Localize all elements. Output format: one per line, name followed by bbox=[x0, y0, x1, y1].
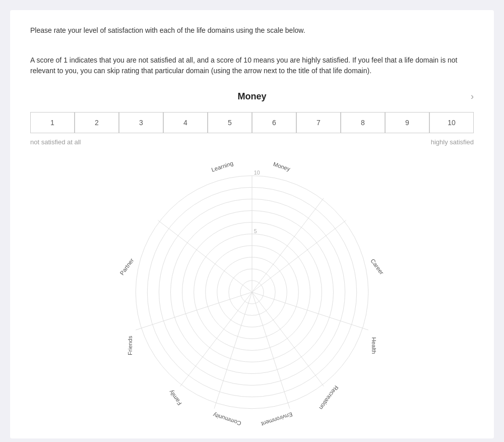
radar-chart: 5 10 Learning Money Career Health Recrea… bbox=[30, 166, 474, 418]
section-title: Money bbox=[237, 91, 266, 102]
scale-cell-3[interactable]: 3 bbox=[119, 112, 163, 133]
next-section-button[interactable]: › bbox=[471, 91, 474, 102]
svg-line-17 bbox=[180, 292, 252, 386]
label-recreation: Recreation bbox=[318, 384, 339, 411]
intro-line1: Please rate your level of satisfaction w… bbox=[30, 25, 474, 36]
radar-svg: 5 10 Learning Money Career Health Recrea… bbox=[126, 166, 378, 418]
scale-cell-6[interactable]: 6 bbox=[252, 112, 296, 133]
scale-label-left: not satisfied at all bbox=[30, 138, 81, 146]
label-career: Career bbox=[369, 258, 385, 276]
svg-line-16 bbox=[136, 292, 252, 330]
label-community: Community bbox=[212, 412, 242, 426]
svg-line-12 bbox=[252, 292, 368, 330]
scale-cell-1[interactable]: 1 bbox=[30, 112, 75, 133]
scale-cell-8[interactable]: 8 bbox=[341, 112, 385, 133]
label-money: Money bbox=[273, 161, 291, 172]
main-card: Please rate your level of satisfaction w… bbox=[10, 10, 494, 438]
svg-line-14 bbox=[214, 292, 252, 409]
scale-labels: not satisfied at all highly satisfied bbox=[30, 138, 474, 146]
scale-cell-10[interactable]: 10 bbox=[429, 112, 474, 133]
svg-line-18 bbox=[252, 292, 290, 409]
label-partner: Partner bbox=[119, 257, 135, 277]
svg-line-11 bbox=[252, 220, 346, 292]
section-title-row: Money › bbox=[30, 91, 474, 102]
scale-cell-5[interactable]: 5 bbox=[208, 112, 252, 133]
svg-line-15 bbox=[158, 220, 252, 292]
label-learning: Learning bbox=[211, 160, 234, 173]
ring-label-10: 10 bbox=[254, 170, 260, 176]
scale-cell-2[interactable]: 2 bbox=[75, 112, 119, 133]
svg-line-19 bbox=[252, 198, 324, 292]
label-family: Family bbox=[168, 389, 183, 407]
svg-line-13 bbox=[252, 292, 324, 386]
label-environment: Environment bbox=[260, 411, 293, 427]
scale-label-right: highly satisfied bbox=[431, 138, 474, 146]
label-health: Health bbox=[371, 337, 377, 354]
scale-cell-9[interactable]: 9 bbox=[385, 112, 429, 133]
scale-row: 12345678910 bbox=[30, 112, 474, 133]
ring-label-5: 5 bbox=[254, 228, 257, 234]
intro-line2: A score of 1 indicates that you are not … bbox=[30, 55, 474, 76]
scale-cell-7[interactable]: 7 bbox=[296, 112, 341, 133]
label-friends: Friends bbox=[127, 336, 133, 355]
scale-cell-4[interactable]: 4 bbox=[163, 112, 208, 133]
